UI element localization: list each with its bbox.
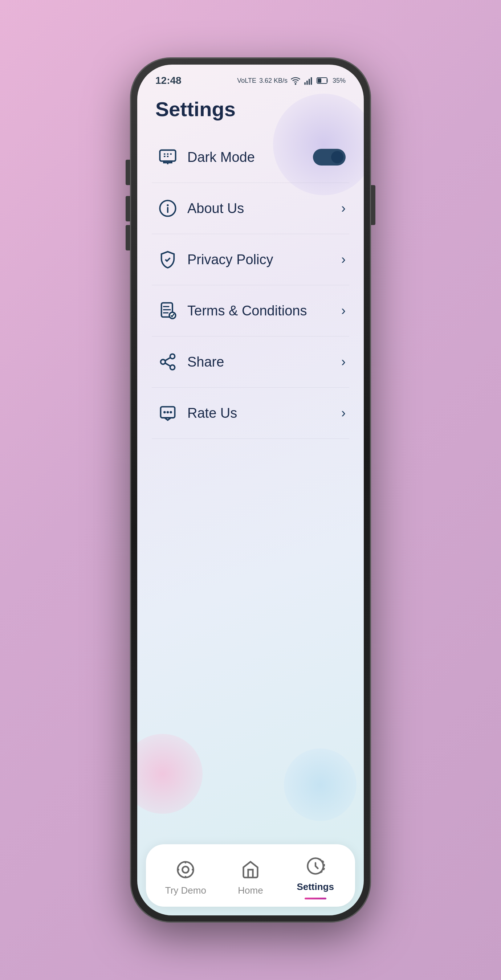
rate-icon xyxy=(155,401,180,425)
try-demo-label: Try Demo xyxy=(165,885,206,896)
info-icon xyxy=(155,196,180,221)
rate-us-label: Rate Us xyxy=(187,406,341,421)
svg-rect-7 xyxy=(160,150,175,161)
phone-screen: 12:48 VoLTE 3.62 KB/s xyxy=(137,65,364,915)
svg-rect-16 xyxy=(163,306,169,307)
share-icon xyxy=(155,350,180,374)
page-title: Settings xyxy=(137,90,364,132)
privacy-policy-chevron: › xyxy=(341,252,346,267)
svg-point-30 xyxy=(183,866,189,873)
rate-us-chevron: › xyxy=(341,406,346,421)
settings-nav-label: Settings xyxy=(297,881,334,892)
privacy-policy-label: Privacy Policy xyxy=(187,252,341,267)
svg-point-0 xyxy=(295,83,296,84)
wifi-icon xyxy=(290,75,301,86)
svg-rect-1 xyxy=(304,83,306,85)
share-label: Share xyxy=(187,354,341,370)
nav-home[interactable]: Home xyxy=(218,858,283,896)
svg-rect-2 xyxy=(306,81,308,85)
dark-mode-item[interactable]: Dark Mode xyxy=(152,132,349,183)
svg-line-23 xyxy=(165,363,171,366)
svg-point-26 xyxy=(163,411,166,414)
home-icon xyxy=(239,858,262,881)
try-demo-icon xyxy=(174,858,197,881)
svg-point-28 xyxy=(170,411,172,414)
display-icon xyxy=(155,145,180,170)
battery-percent: 35% xyxy=(332,77,346,84)
svg-point-22 xyxy=(170,365,175,370)
share-chevron: › xyxy=(341,354,346,369)
terms-conditions-chevron: › xyxy=(341,303,346,318)
terms-conditions-label: Terms & Conditions xyxy=(187,303,341,319)
svg-point-21 xyxy=(161,360,165,364)
about-us-chevron: › xyxy=(341,201,346,216)
toggle-knob xyxy=(331,151,344,163)
about-us-label: About Us xyxy=(187,201,341,216)
privacy-policy-item[interactable]: Privacy Policy › xyxy=(152,234,349,285)
settings-active-indicator xyxy=(305,897,326,899)
svg-point-20 xyxy=(170,354,175,359)
bottom-nav: Try Demo Home xyxy=(146,844,355,907)
settings-nav-icon xyxy=(304,854,327,878)
nav-settings[interactable]: Settings xyxy=(283,854,348,899)
settings-list: Dark Mode About Us › xyxy=(137,132,364,488)
shield-icon xyxy=(155,247,180,272)
signal-icon xyxy=(304,75,314,86)
rate-us-item[interactable]: Rate Us › xyxy=(152,388,349,439)
svg-point-27 xyxy=(167,411,169,414)
svg-point-29 xyxy=(178,862,194,877)
status-time: 12:48 xyxy=(155,75,181,86)
svg-line-24 xyxy=(165,358,171,361)
network-icon: VoLTE xyxy=(237,77,256,84)
svg-rect-4 xyxy=(311,77,312,85)
nav-try-demo[interactable]: Try Demo xyxy=(153,858,218,896)
terms-conditions-item[interactable]: Terms & Conditions › xyxy=(152,285,349,336)
home-label: Home xyxy=(238,885,263,896)
document-icon xyxy=(155,298,180,323)
dark-mode-label: Dark Mode xyxy=(187,150,313,165)
status-icons: VoLTE 3.62 KB/s xyxy=(237,75,346,86)
svg-rect-6 xyxy=(318,78,321,83)
svg-rect-8 xyxy=(164,161,172,162)
battery-icon xyxy=(317,76,330,85)
speed-indicator: 3.62 KB/s xyxy=(259,77,288,84)
about-us-item[interactable]: About Us › xyxy=(152,183,349,234)
svg-rect-18 xyxy=(163,312,169,313)
status-bar: 12:48 VoLTE 3.62 KB/s xyxy=(137,65,364,90)
phone-frame: 12:48 VoLTE 3.62 KB/s xyxy=(131,58,370,922)
svg-rect-3 xyxy=(309,79,310,84)
dark-mode-toggle[interactable] xyxy=(313,149,346,165)
svg-rect-17 xyxy=(163,309,171,310)
share-item[interactable]: Share › xyxy=(152,336,349,388)
